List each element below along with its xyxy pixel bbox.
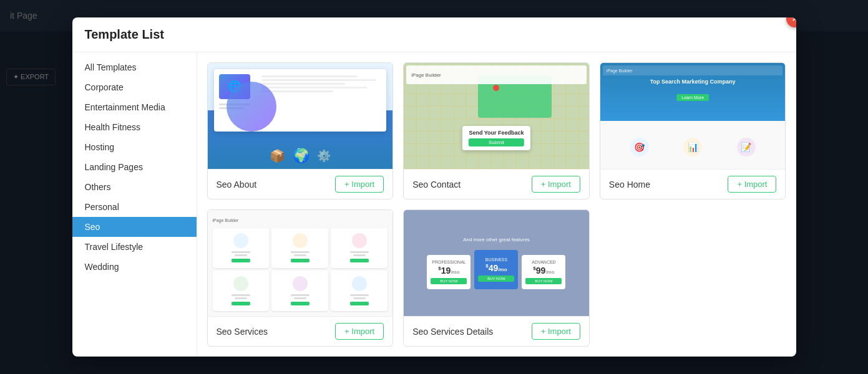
template-list-modal: × Template List All Templates Corporate … — [72, 17, 796, 357]
category-item-health[interactable]: Health Fitness — [72, 117, 197, 137]
pricing-card-business: BUSINESS $49/mo BUY NOW — [474, 250, 518, 289]
modal-overlay: × Template List All Templates Corporate … — [0, 0, 868, 374]
template-name-seo-contact: Seo Contact — [412, 180, 461, 189]
template-preview-seo-home: iPage Builder Top Search Marketing Compa… — [600, 63, 786, 169]
template-footer-seo-services: Seo Services + Import — [208, 316, 393, 346]
map-marker — [493, 85, 499, 91]
pricing-cards: PROFESSIONAL $19/mo BUY NOW BUSINESS $49… — [427, 250, 565, 289]
pricing-card-professional: PROFESSIONAL $19/mo BUY NOW — [427, 255, 471, 289]
template-name-seo-about: Seo About — [217, 180, 257, 189]
template-name-seo-services-details: Seo Services Details — [412, 327, 493, 337]
pricing-card-advanced: ADVANCED $99/mo BUY NOW — [522, 255, 565, 289]
template-preview-seo-services-details: And more other great features PROFESSION… — [404, 210, 589, 316]
category-item-travel[interactable]: Travel Lifestyle — [72, 237, 197, 257]
modal-body: All Templates Corporate Entertainment Me… — [72, 52, 796, 357]
import-button-seo-contact[interactable]: + Import — [532, 176, 580, 193]
category-item-landing[interactable]: Landing Pages — [72, 157, 197, 177]
category-sidebar: All Templates Corporate Entertainment Me… — [72, 52, 197, 357]
template-card-seo-home: iPage Builder Top Search Marketing Compa… — [600, 62, 786, 199]
category-item-entertainment[interactable]: Entertainment Media — [72, 97, 197, 117]
template-preview-seo-services: iPage Builder — [208, 210, 393, 316]
category-item-others[interactable]: Others — [72, 177, 197, 197]
feedback-box: Send Your Feedback Submit — [462, 126, 530, 150]
import-button-seo-services[interactable]: + Import — [335, 323, 384, 340]
templates-area: 🌐 — [197, 52, 796, 357]
modal-title: Template List — [85, 27, 164, 41]
category-item-wedding[interactable]: Wedding — [72, 257, 197, 277]
modal-header: Template List — [72, 17, 796, 52]
template-preview-seo-contact: iPage Builder Send Your Feedback Submit — [404, 63, 589, 169]
category-item-seo[interactable]: Seo — [72, 217, 197, 237]
template-card-seo-services: iPage Builder — [207, 209, 394, 347]
import-button-seo-services-details[interactable]: + Import — [532, 323, 580, 340]
template-footer-seo-contact: Seo Contact + Import — [404, 169, 589, 199]
import-button-seo-home[interactable]: + Import — [728, 176, 776, 193]
template-footer-seo-services-details: Seo Services Details + Import — [404, 316, 589, 346]
template-name-seo-home: Seo Home — [609, 180, 650, 189]
category-item-corporate[interactable]: Corporate — [72, 77, 197, 97]
import-button-seo-about[interactable]: + Import — [335, 176, 384, 193]
category-item-all[interactable]: All Templates — [72, 57, 197, 77]
category-item-hosting[interactable]: Hosting — [72, 137, 197, 157]
template-name-seo-services: Seo Services — [217, 327, 268, 337]
templates-grid: 🌐 — [207, 62, 786, 347]
category-item-personal[interactable]: Personal — [72, 197, 197, 217]
template-preview-seo-about: 🌐 — [208, 63, 393, 169]
template-footer-seo-home: Seo Home + Import — [600, 169, 786, 199]
template-card-seo-services-details: And more other great features PROFESSION… — [403, 209, 590, 347]
template-card-seo-contact: iPage Builder Send Your Feedback Submit … — [403, 62, 590, 199]
template-footer-seo-about: Seo About + Import — [208, 169, 393, 199]
template-card-seo-about: 🌐 — [207, 62, 394, 199]
